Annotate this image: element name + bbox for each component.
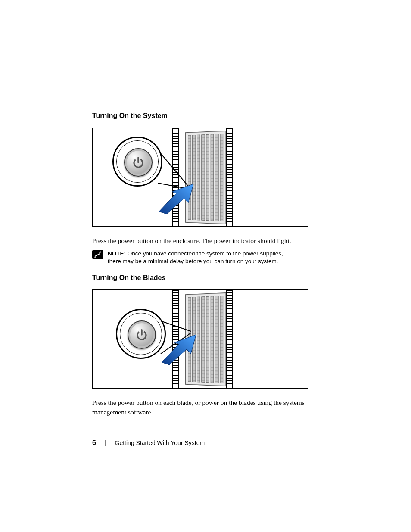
svg-rect-5 <box>94 253 100 257</box>
note-icon <box>92 250 103 259</box>
arrow-icon <box>157 184 196 214</box>
svg-marker-4 <box>159 184 193 214</box>
rack-rail-right-2 <box>226 290 233 388</box>
body-text-blades: Press the power button on each blade, or… <box>92 398 316 417</box>
note-block: NOTE: Once you have connected the system… <box>92 250 316 265</box>
heading-turning-on-blades: Turning On the Blades <box>92 274 316 282</box>
figure-blade-power <box>92 289 308 389</box>
svg-marker-12 <box>162 335 196 365</box>
svg-line-0 <box>158 150 190 188</box>
note-label: NOTE: <box>108 250 126 257</box>
callout-power-button <box>112 137 162 187</box>
footer-chapter: Getting Started With Your System <box>115 439 205 446</box>
figure-enclosure-power <box>92 128 308 227</box>
power-button-icon-2 <box>128 320 156 349</box>
arrow-icon-2 <box>160 335 199 365</box>
note-body: Once you have connected the system to th… <box>108 250 283 264</box>
note-text: NOTE: Once you have connected the system… <box>108 250 295 265</box>
footer-divider: | <box>105 439 106 446</box>
section-turning-on-system: Turning On the System <box>92 112 316 265</box>
rack-rail-right <box>226 128 233 226</box>
section-turning-on-blades: Turning On the Blades <box>92 274 316 417</box>
callout-power-button-2 <box>116 309 166 359</box>
page-number: 6 <box>92 439 96 447</box>
page-footer: 6 | Getting Started With Your System <box>92 439 205 447</box>
power-button-icon <box>124 148 153 177</box>
body-text-enclosure: Press the power button on the enclosure.… <box>92 236 316 246</box>
svg-rect-7 <box>99 251 101 253</box>
heading-turning-on-system: Turning On the System <box>92 112 316 120</box>
